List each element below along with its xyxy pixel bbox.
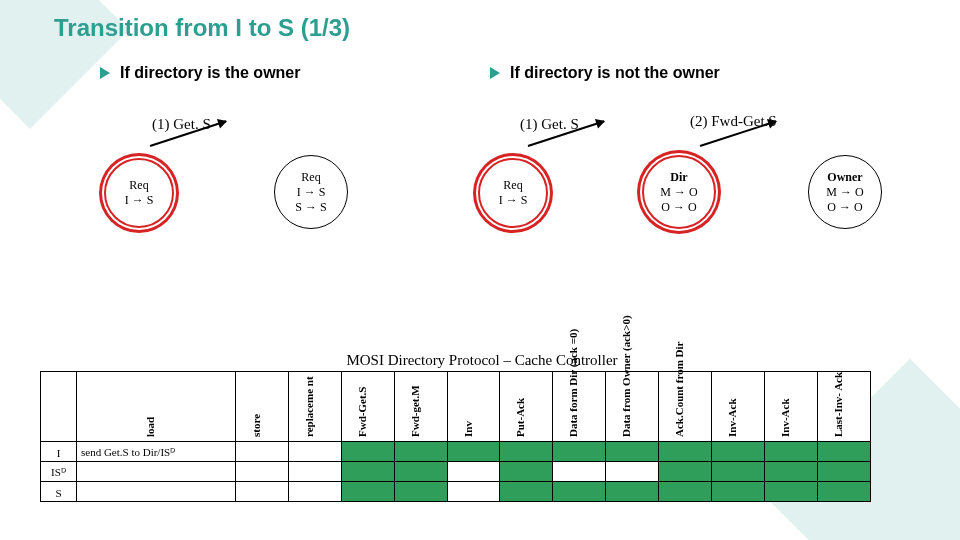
- bullet-right: If directory is not the owner: [490, 64, 720, 82]
- cell: [235, 482, 288, 502]
- header-store: store: [235, 372, 288, 442]
- row-S: S: [41, 482, 77, 502]
- cell: [712, 482, 765, 502]
- right-req-node: Req I → S: [478, 158, 548, 228]
- header-inv: Inv: [447, 372, 500, 442]
- header-data-dir: Data form Dir (ack =0): [553, 372, 606, 442]
- right-owner-node: Owner M → O O → O: [808, 155, 882, 229]
- cell: [341, 442, 394, 462]
- left-req-l2: I → S: [125, 193, 154, 208]
- cell: [765, 482, 818, 502]
- cell: [235, 462, 288, 482]
- header-inv-ack-1: Inv-Ack: [712, 372, 765, 442]
- cell: [394, 482, 447, 502]
- cell: [341, 462, 394, 482]
- cell: [553, 442, 606, 462]
- protocol-table: load store replaceme nt Fwd-Get.S Fwd-ge…: [40, 371, 924, 502]
- cell: [818, 482, 871, 502]
- cell-I-load: send Get.S to Dir/ISᴰ: [76, 442, 235, 462]
- row-I: I: [41, 442, 77, 462]
- left-step1: (1) Get. S: [152, 116, 211, 133]
- cell: [765, 462, 818, 482]
- left-dir-l1: Req: [301, 170, 320, 185]
- cell: [447, 442, 500, 462]
- right-owner-l3: O → O: [827, 200, 862, 215]
- header-load: load: [76, 372, 235, 442]
- header-last-inv-ack: Last-Inv- Ack: [818, 372, 871, 442]
- cell: [659, 462, 712, 482]
- cell: [288, 482, 341, 502]
- cell: [712, 442, 765, 462]
- protocol-table-wrap: MOSI Directory Protocol – Cache Controll…: [40, 352, 924, 502]
- header-put-ack: Put-Ack: [500, 372, 553, 442]
- cell: [288, 442, 341, 462]
- cell: [500, 442, 553, 462]
- cell: [288, 462, 341, 482]
- right-owner-l1: Owner: [827, 170, 862, 185]
- page-title: Transition from I to S (1/3): [54, 14, 350, 42]
- bullet-left-text: If directory is the owner: [120, 64, 300, 82]
- right-dir-l2: M → O: [660, 185, 697, 200]
- right-req-l2: I → S: [499, 193, 528, 208]
- cell: [235, 442, 288, 462]
- cell: [765, 442, 818, 462]
- cell: [553, 482, 606, 502]
- bullet-left: If directory is the owner: [100, 64, 300, 82]
- table-header-row: load store replaceme nt Fwd-Get.S Fwd-ge…: [41, 372, 924, 442]
- cell: [659, 482, 712, 502]
- right-dir-node: Dir M → O O → O: [642, 155, 716, 229]
- header-ackcount: Ack.Count from Dir: [659, 372, 712, 442]
- cell: [500, 462, 553, 482]
- cell: [606, 482, 659, 502]
- cell: [500, 482, 553, 502]
- cell: [394, 462, 447, 482]
- header-fwd-gets: Fwd-Get.S: [341, 372, 394, 442]
- cell-ISD-load: [76, 462, 235, 482]
- table-title: MOSI Directory Protocol – Cache Controll…: [40, 352, 924, 369]
- right-owner-l2: M → O: [826, 185, 863, 200]
- left-dir-l2: I → S: [297, 185, 326, 200]
- table-row: I send Get.S to Dir/ISᴰ: [41, 442, 924, 462]
- cell: [553, 462, 606, 482]
- table-row: S: [41, 482, 924, 502]
- header-replacement: replaceme nt: [288, 372, 341, 442]
- right-step2: (2) Fwd-Get.S: [690, 113, 777, 130]
- cell: [818, 462, 871, 482]
- right-req-l1: Req: [503, 178, 522, 193]
- cell-S-load: [76, 482, 235, 502]
- header-data-owner: Data from Owner (ack>0): [606, 372, 659, 442]
- table-row: ISᴰ: [41, 462, 924, 482]
- left-req-l1: Req: [129, 178, 148, 193]
- cell: [341, 482, 394, 502]
- bullet-arrow-icon: [490, 67, 500, 79]
- left-dir-node: Req I → S S → S: [274, 155, 348, 229]
- cell: [712, 462, 765, 482]
- cell: [606, 462, 659, 482]
- cell: [447, 462, 500, 482]
- header-inv-ack-2: Inv-Ack: [765, 372, 818, 442]
- left-req-node: Req I → S: [104, 158, 174, 228]
- bullet-right-text: If directory is not the owner: [510, 64, 720, 82]
- left-dir-l3: S → S: [295, 200, 326, 215]
- right-dir-l1: Dir: [670, 170, 687, 185]
- cell: [394, 442, 447, 462]
- corner-cell: [41, 372, 77, 442]
- right-dir-l3: O → O: [661, 200, 696, 215]
- cell: [606, 442, 659, 462]
- row-ISD: ISᴰ: [41, 462, 77, 482]
- cell: [818, 442, 871, 462]
- bullet-arrow-icon: [100, 67, 110, 79]
- header-fwd-getm: Fwd-get.M: [394, 372, 447, 442]
- cell: [447, 482, 500, 502]
- cell: [659, 442, 712, 462]
